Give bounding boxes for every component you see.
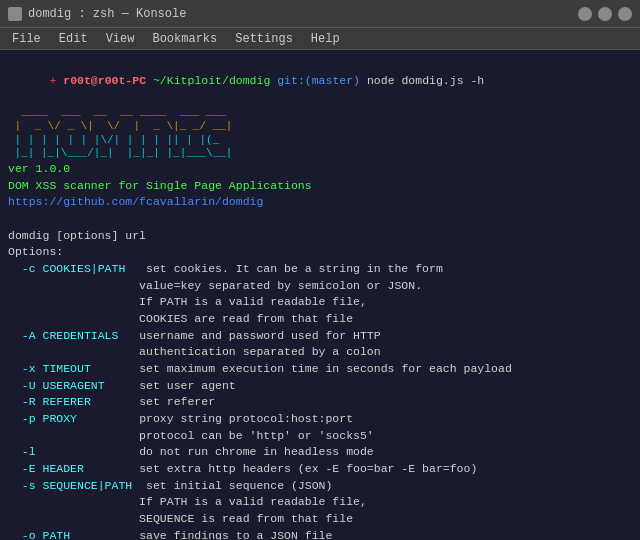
opt-s-2: If PATH is a valid readable file, bbox=[8, 494, 632, 511]
version-line: ver 1.0.0 bbox=[8, 161, 632, 178]
opt-p-2: protocol can be 'http' or 'socks5' bbox=[8, 428, 632, 445]
flag-p: -p PROXY bbox=[8, 412, 77, 425]
desc-line: DOM XSS scanner for Single Page Applicat… bbox=[8, 178, 632, 195]
blank-line-1 bbox=[8, 211, 632, 228]
desc-c-2: value=key separated by semicolon or JSON… bbox=[8, 279, 422, 292]
opt-c-3: If PATH is a valid readable file, bbox=[8, 294, 632, 311]
desc-c-3: If PATH is a valid readable file, bbox=[8, 295, 367, 308]
desc-c-4: COOKIES are read from that file bbox=[8, 312, 353, 325]
close-button[interactable] bbox=[618, 7, 632, 21]
desc-o: save findings to a JSON file bbox=[70, 529, 332, 540]
maximize-button[interactable] bbox=[598, 7, 612, 21]
opt-r: -R REFERER set referer bbox=[8, 394, 632, 411]
prompt-git-1: git:(master) bbox=[277, 74, 360, 87]
prompt-symbol-1: + bbox=[49, 74, 63, 87]
desc-r: set referer bbox=[91, 395, 215, 408]
desc-p-2: protocol can be 'http' or 'socks5' bbox=[8, 429, 374, 442]
desc-l: do not run chrome in headless mode bbox=[36, 445, 374, 458]
ascii-art: ____ ___ __ __ ____ ___ ___ | _ \/ _ \| … bbox=[8, 106, 632, 161]
flag-r: -R REFERER bbox=[8, 395, 91, 408]
flag-e: -E HEADER bbox=[8, 462, 84, 475]
desc-e: set extra http headers (ex -E foo=bar -E… bbox=[84, 462, 477, 475]
flag-a: -A CREDENTIALS bbox=[8, 329, 118, 342]
url-line: https://github.com/fcavallarin/domdig bbox=[8, 194, 632, 211]
window: domdig : zsh — Konsole File Edit View Bo… bbox=[0, 0, 640, 540]
opt-a-1: -A CREDENTIALS username and password use… bbox=[8, 328, 632, 345]
flag-s: -s SEQUENCE|PATH bbox=[8, 479, 132, 492]
window-controls bbox=[578, 7, 632, 21]
desc-s-3: SEQUENCE is read from that file bbox=[8, 512, 353, 525]
desc-c-1: set cookies. It can be a string in the f… bbox=[125, 262, 442, 275]
ascii-line-2: | _ \/ _ \| \/ | _ \|_ _/ __| bbox=[8, 120, 632, 134]
opt-x: -x TIMEOUT set maximum execution time in… bbox=[8, 361, 632, 378]
flag-c: -c COOKIES|PATH bbox=[8, 262, 125, 275]
prompt-line-1: + r00t@r00t-PC ~/Kitploit/domdig git:(ma… bbox=[8, 56, 632, 106]
opt-l: -l do not run chrome in headless mode bbox=[8, 444, 632, 461]
menubar: File Edit View Bookmarks Settings Help bbox=[0, 28, 640, 50]
opt-c-2: value=key separated by semicolon or JSON… bbox=[8, 278, 632, 295]
menu-settings[interactable]: Settings bbox=[227, 30, 301, 48]
prompt-user-1: r00t@r00t-PC bbox=[63, 74, 146, 87]
desc-a-2: authentication separated by a colon bbox=[8, 345, 381, 358]
ascii-line-4: |_| |_|\___/|_| |_|_| |_|___\__| bbox=[8, 147, 632, 161]
titlebar-left: domdig : zsh — Konsole bbox=[8, 7, 186, 21]
desc-s-1: set initial sequence (JSON) bbox=[132, 479, 332, 492]
ascii-line-1: ____ ___ __ __ ____ ___ ___ bbox=[8, 106, 632, 120]
ascii-line-3: | | | | | | |\/| | | | || | |(_ bbox=[8, 134, 632, 148]
opt-a-2: authentication separated by a colon bbox=[8, 344, 632, 361]
desc-a-1: username and password used for HTTP bbox=[118, 329, 380, 342]
opt-o: -o PATH save findings to a JSON file bbox=[8, 528, 632, 540]
prompt-path-1: ~/Kitploit/domdig bbox=[153, 74, 270, 87]
flag-o: -o PATH bbox=[8, 529, 70, 540]
desc-u: set user agent bbox=[105, 379, 236, 392]
titlebar: domdig : zsh — Konsole bbox=[0, 0, 640, 28]
options-header: Options: bbox=[8, 244, 632, 261]
app-icon bbox=[8, 7, 22, 21]
flag-l: -l bbox=[8, 445, 36, 458]
opt-s-1: -s SEQUENCE|PATH set initial sequence (J… bbox=[8, 478, 632, 495]
desc-s-2: If PATH is a valid readable file, bbox=[8, 495, 367, 508]
opt-p-1: -p PROXY proxy string protocol:host:port bbox=[8, 411, 632, 428]
opt-c-4: COOKIES are read from that file bbox=[8, 311, 632, 328]
opt-s-3: SEQUENCE is read from that file bbox=[8, 511, 632, 528]
menu-file[interactable]: File bbox=[4, 30, 49, 48]
prompt-command-1: node domdig.js -h bbox=[360, 74, 484, 87]
minimize-button[interactable] bbox=[578, 7, 592, 21]
usage-line: domdig [options] url bbox=[8, 228, 632, 245]
opt-u: -U USERAGENT set user agent bbox=[8, 378, 632, 395]
flag-u: -U USERAGENT bbox=[8, 379, 105, 392]
opt-c-1: -c COOKIES|PATH set cookies. It can be a… bbox=[8, 261, 632, 278]
desc-p-1: proxy string protocol:host:port bbox=[77, 412, 353, 425]
menu-help[interactable]: Help bbox=[303, 30, 348, 48]
menu-view[interactable]: View bbox=[98, 30, 143, 48]
menu-edit[interactable]: Edit bbox=[51, 30, 96, 48]
opt-e: -E HEADER set extra http headers (ex -E … bbox=[8, 461, 632, 478]
desc-x: set maximum execution time in seconds fo… bbox=[91, 362, 512, 375]
flag-x: -x TIMEOUT bbox=[8, 362, 91, 375]
menu-bookmarks[interactable]: Bookmarks bbox=[144, 30, 225, 48]
window-title: domdig : zsh — Konsole bbox=[28, 7, 186, 21]
terminal[interactable]: + r00t@r00t-PC ~/Kitploit/domdig git:(ma… bbox=[0, 50, 640, 540]
prompt-sep-1 bbox=[146, 74, 153, 87]
